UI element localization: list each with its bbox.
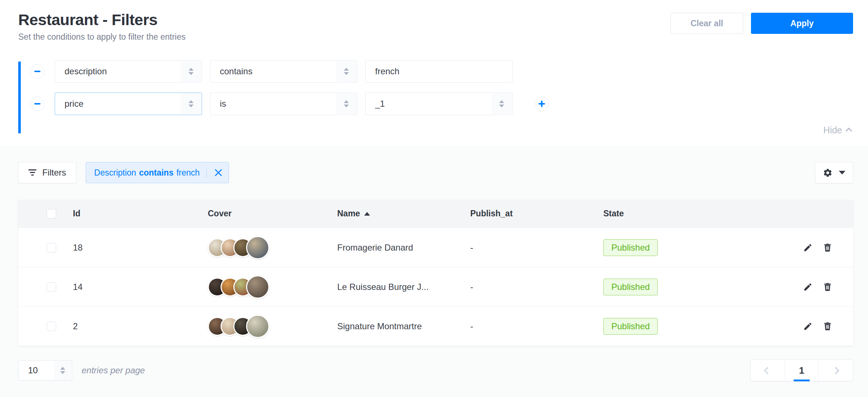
filter-row: price is _1: [30, 93, 868, 115]
minus-icon: [34, 71, 40, 72]
column-header-state[interactable]: State: [603, 209, 784, 219]
operator-select[interactable]: is: [210, 93, 357, 115]
hide-label: Hide: [824, 125, 842, 135]
filter-row: description contains: [30, 60, 868, 83]
cell-publish-at: -: [470, 243, 603, 253]
remove-tag-button[interactable]: [210, 165, 226, 181]
add-filter-button[interactable]: [534, 97, 549, 111]
close-icon: [215, 169, 222, 176]
table-row[interactable]: 14 Le Ruisseau Burger J... - Published: [18, 267, 853, 306]
page-size-value: 10: [28, 365, 38, 376]
edit-button[interactable]: [803, 321, 813, 331]
header-checkbox-cell: [18, 209, 73, 219]
cell-publish-at: -: [470, 321, 603, 331]
page-subtitle: Set the conditions to apply to filter th…: [18, 32, 186, 42]
value-select-value: _1: [375, 99, 385, 109]
field-select-value: price: [65, 99, 83, 109]
restaurant-photo: [246, 275, 269, 299]
list-view: Filters Description contains french Id C…: [0, 146, 868, 397]
page-1-button[interactable]: 1: [785, 360, 818, 381]
filters-button-label: Filters: [42, 168, 66, 178]
row-checkbox[interactable]: [47, 243, 56, 252]
select-arrows-icon: [181, 93, 201, 114]
tag-divider: [206, 167, 207, 178]
header-actions: Clear all Apply: [670, 13, 853, 42]
filter-value-input[interactable]: [365, 60, 513, 83]
filter-tag-operator: contains: [139, 168, 174, 178]
select-arrows-icon: [336, 93, 357, 114]
cell-name: Signature Montmartre: [337, 321, 470, 331]
pencil-icon: [803, 243, 813, 252]
cell-name: Le Ruisseau Burger J...: [337, 282, 470, 292]
status-badge: Published: [603, 239, 658, 256]
sort-asc-icon: [364, 212, 370, 216]
value-select[interactable]: _1: [365, 93, 513, 115]
trash-icon: [823, 322, 832, 331]
entries-table: Id Cover Name Publish_at State 18 Fromag…: [18, 200, 853, 346]
status-badge: Published: [603, 318, 658, 335]
plus-icon: [538, 101, 545, 107]
active-filter-tag[interactable]: Description contains french: [86, 162, 229, 183]
cell-id: 14: [73, 282, 208, 292]
current-page-indicator: [794, 380, 810, 381]
column-header-id[interactable]: Id: [73, 209, 208, 219]
delete-button[interactable]: [822, 321, 833, 331]
gear-icon: [823, 168, 833, 178]
delete-button[interactable]: [822, 243, 833, 253]
entries-per-page-label: entries per page: [82, 365, 145, 376]
remove-filter-button[interactable]: [30, 97, 44, 111]
page-size-control: 10 entries per page: [18, 360, 145, 381]
select-arrows-icon: [491, 93, 512, 114]
filters-button[interactable]: Filters: [18, 162, 76, 183]
operator-select-value: contains: [220, 66, 252, 76]
table-row[interactable]: 2 Signature Montmartre - Published: [18, 306, 853, 346]
column-header-cover[interactable]: Cover: [208, 209, 337, 219]
filter-builder: description contains price is _1: [18, 60, 868, 135]
cell-id: 18: [73, 243, 208, 253]
caret-down-icon: [839, 171, 845, 174]
filter-icon: [28, 169, 36, 176]
edit-button[interactable]: [803, 282, 813, 292]
table-header-row: Id Cover Name Publish_at State: [18, 200, 853, 228]
cover-images: [208, 275, 337, 299]
delete-button[interactable]: [822, 282, 833, 292]
cell-name: Fromagerie Danard: [337, 243, 470, 253]
hide-filters-toggle[interactable]: Hide: [30, 125, 868, 135]
restaurant-photo: [246, 315, 269, 338]
apply-button[interactable]: Apply: [751, 13, 853, 34]
row-checkbox[interactable]: [47, 322, 56, 331]
pencil-icon: [803, 282, 813, 292]
operator-select[interactable]: contains: [210, 60, 357, 83]
operator-select-value: is: [220, 99, 226, 109]
row-checkbox[interactable]: [47, 282, 56, 292]
select-all-checkbox[interactable]: [47, 209, 56, 219]
filter-tag-field: Description: [94, 168, 136, 178]
select-arrows-icon: [336, 61, 357, 82]
remove-filter-button[interactable]: [30, 64, 44, 79]
clear-all-button[interactable]: Clear all: [670, 13, 743, 34]
column-header-publish-at[interactable]: Publish_at: [470, 209, 603, 219]
field-select-value: description: [65, 66, 107, 76]
field-select[interactable]: description: [55, 60, 202, 83]
previous-page-button[interactable]: [751, 360, 785, 381]
minus-icon: [34, 103, 40, 105]
page-heading: Restaurant - Filters Set the conditions …: [18, 11, 186, 42]
page-header: Restaurant - Filters Set the conditions …: [0, 0, 868, 42]
next-page-button[interactable]: [819, 360, 853, 381]
cell-id: 2: [73, 321, 208, 331]
column-header-name[interactable]: Name: [337, 209, 470, 219]
trash-icon: [823, 243, 832, 252]
edit-button[interactable]: [803, 243, 813, 253]
select-arrows-icon: [181, 61, 201, 82]
pagination: 1: [750, 359, 853, 381]
filters-panel: Restaurant - Filters Set the conditions …: [0, 0, 868, 146]
chevron-right-icon: [832, 366, 840, 374]
settings-dropdown-button[interactable]: [815, 162, 853, 183]
page-size-select[interactable]: 10: [18, 360, 72, 381]
cover-images: [208, 315, 337, 338]
field-select[interactable]: price: [55, 93, 202, 115]
builder-accent-bar: [18, 62, 21, 133]
restaurant-photo: [246, 236, 269, 259]
trash-icon: [823, 282, 832, 292]
table-row[interactable]: 18 Fromagerie Danard - Published: [18, 228, 853, 267]
